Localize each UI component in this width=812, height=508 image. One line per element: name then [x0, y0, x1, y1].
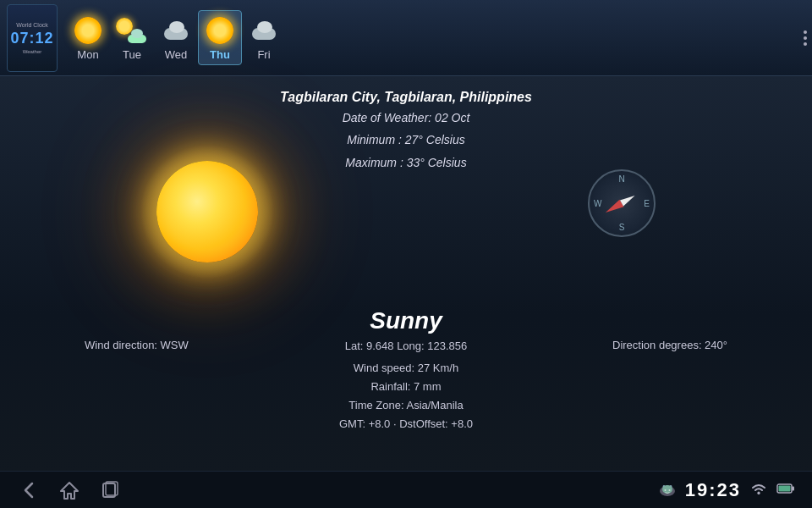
svg-rect-11	[792, 487, 794, 491]
day-fri[interactable]: Fri	[242, 11, 286, 64]
city-label: Tagbilaran City, Tagbilaran, Philippines	[280, 90, 532, 105]
day-fri-label: Fri	[257, 48, 270, 61]
day-thu[interactable]: Thu	[198, 10, 242, 65]
gmt-label: GMT: +8.0 · DstOffset: +8.0	[339, 415, 473, 433]
svg-rect-12	[779, 486, 791, 492]
android-icon	[658, 481, 677, 499]
clock-time: 07:12	[10, 30, 53, 47]
svg-point-9	[758, 492, 760, 494]
wind-speed-label: Wind speed: 27 Km/h	[339, 359, 473, 378]
cloud-icon	[161, 21, 191, 40]
weather-days: Mon Tue Wed Thu	[66, 10, 286, 65]
bottom-time: 19:23	[685, 479, 741, 501]
rainfall-label: Rainfall: 7 mm	[339, 378, 473, 396]
day-wed[interactable]: Wed	[154, 11, 198, 64]
day-thu-label: Thu	[210, 48, 230, 61]
battery-icon	[776, 483, 795, 497]
partly-cloudy-icon	[116, 18, 148, 43]
direction-degrees-label: Direction degrees: 240°	[612, 339, 727, 351]
recent-button[interactable]	[98, 478, 122, 502]
sun-icon	[74, 17, 102, 44]
day-thu-icon	[204, 14, 236, 47]
main-content: Tagbilaran City, Tagbilaran, Philippines…	[0, 76, 812, 474]
condition-label: Sunny	[370, 307, 442, 334]
day-tue[interactable]: Tue	[110, 11, 154, 64]
day-mon[interactable]: Mon	[66, 11, 110, 64]
back-button[interactable]	[17, 478, 41, 502]
wind-direction-label: Wind direction: WSW	[85, 339, 189, 351]
clock-sub: Weather	[23, 49, 42, 54]
bottom-left-icons	[17, 478, 122, 502]
day-wed-icon	[160, 14, 192, 47]
svg-point-7	[664, 489, 666, 491]
timezone-label: Time Zone: Asia/Manila	[339, 396, 473, 415]
compass-circle: E W	[588, 169, 656, 237]
day-tue-label: Tue	[123, 48, 141, 61]
wifi-icon	[749, 481, 768, 499]
clock-label: World Clock	[16, 22, 48, 28]
compass: E W	[588, 169, 656, 237]
svg-point-8	[668, 489, 670, 491]
large-sun-container	[156, 161, 258, 262]
bottom-right-icons: 19:23	[658, 479, 795, 501]
sun-icon-thu	[206, 17, 233, 44]
cloud-icon-fri	[249, 21, 279, 40]
day-tue-icon	[116, 14, 148, 47]
dots-menu[interactable]	[804, 30, 807, 46]
day-mon-label: Mon	[77, 48, 98, 61]
day-mon-icon	[72, 14, 104, 47]
location-info: Tagbilaran City, Tagbilaran, Philippines…	[280, 90, 532, 172]
svg-marker-0	[61, 483, 78, 499]
compass-e-label: E	[644, 199, 650, 208]
compass-w-label: W	[594, 199, 601, 208]
top-bar: World Clock 07:12 Weather Mon Tue	[0, 0, 812, 76]
clock-widget[interactable]: World Clock 07:12 Weather	[7, 4, 58, 72]
min-label: Minimum : 27° Celsius	[280, 130, 532, 149]
day-fri-icon	[248, 14, 280, 47]
bottom-bar: 19:23	[0, 471, 812, 508]
home-button[interactable]	[58, 478, 81, 502]
max-label: Maximum : 33° Celsius	[280, 153, 532, 172]
lat-long-label: Lat: 9.648 Long: 123.856	[345, 340, 468, 352]
weather-details: Wind speed: 27 Km/h Rainfall: 7 mm Time …	[339, 359, 473, 433]
large-sun-icon	[156, 161, 258, 262]
day-wed-label: Wed	[165, 48, 188, 61]
svg-point-6	[662, 485, 672, 494]
date-label: Date of Weather: 02 Oct	[280, 108, 532, 127]
